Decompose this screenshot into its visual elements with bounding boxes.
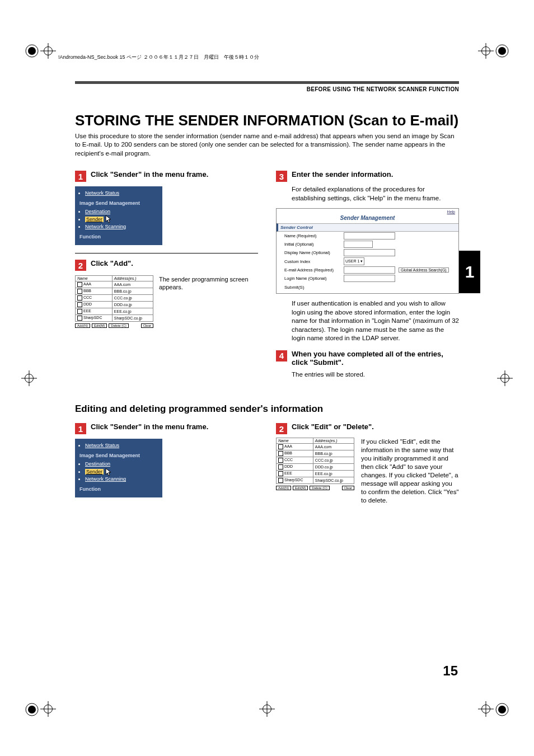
sender-table: NameAddress(es.) AAAAAA.com BBBBBB.co.jp… — [276, 438, 354, 484]
fld-initial[interactable] — [344, 241, 373, 248]
step-number: 3 — [276, 171, 287, 182]
regmark-bl — [25, 702, 39, 717]
intro-text: Use this procedure to store the sender i… — [75, 132, 459, 158]
clear-button[interactable]: Clear — [141, 323, 153, 328]
step-number: 4 — [276, 350, 287, 361]
link-network-status[interactable]: Network Status — [85, 190, 119, 196]
fld-name[interactable] — [344, 232, 395, 240]
svg-point-5 — [28, 706, 36, 713]
step-title: Click "Sender" in the menu frame. — [91, 170, 208, 179]
fld-display[interactable] — [344, 249, 395, 256]
add-button[interactable]: Add(N) — [276, 486, 291, 490]
menu-screenshot: Network Status Image Send Management Des… — [75, 186, 162, 245]
step-title: Click "Add". — [91, 259, 133, 268]
menu-group-label: Image Send Management — [79, 452, 158, 460]
step-desc: The entries will be stored. — [292, 370, 459, 379]
col-name: Name — [277, 438, 313, 444]
crosshair-mr — [497, 370, 513, 386]
step-title: Click "Sender" in the menu frame. — [91, 422, 208, 431]
edit-button[interactable]: Edit(M) — [293, 486, 308, 490]
step-number: 2 — [276, 423, 287, 434]
crosshair-ml — [21, 370, 37, 386]
col-address: Address(es.) — [313, 438, 354, 444]
step-desc: If you clicked "Edit", edit the informat… — [361, 438, 459, 505]
cursor-icon — [105, 216, 112, 223]
svg-point-7 — [498, 706, 506, 713]
add-button[interactable]: Add(N) — [75, 323, 90, 328]
link-network-scanning[interactable]: Network Scanning — [85, 224, 126, 229]
sender-table: NameAddress(es.) AAAAAA.com BBBBBB.co.jp… — [75, 275, 153, 322]
subheading: Editing and deleting programmed sender's… — [75, 403, 459, 415]
link-destination[interactable]: Destination — [85, 209, 110, 214]
lbl-name: Name (Required) — [284, 233, 340, 238]
sender-management-screenshot: Help Sender Management Sender Control Na… — [276, 208, 459, 294]
step-title: Click "Edit" or "Delete". — [292, 422, 374, 431]
fld-email[interactable] — [344, 266, 395, 274]
crosshair-br — [478, 701, 494, 717]
menu-screenshot: Network Status Image Send Management Des… — [75, 439, 162, 497]
menu-group-function: Function — [79, 233, 158, 241]
step-number: 1 — [75, 423, 86, 434]
link-destination[interactable]: Destination — [85, 461, 110, 467]
edit-button[interactable]: Edit(M) — [92, 323, 107, 328]
delete-button[interactable]: Delete (C) — [310, 486, 329, 490]
submit-button[interactable]: Submit(S) — [284, 285, 305, 290]
step-title: When you have completed all of the entri… — [292, 350, 459, 367]
lbl-initial: Initial (Optional) — [284, 242, 340, 247]
lbl-custom-index: Custom Index — [284, 259, 340, 264]
lbl-email: E-mail Address (Required) — [284, 267, 340, 273]
page-number: 15 — [443, 663, 458, 679]
step-title: Enter the sender information. — [292, 170, 393, 179]
step-desc: If user authentication is enabled and yo… — [292, 299, 459, 343]
print-header: !Andromeda-NS_Sec.book 15 ページ ２００６年１１月２７… — [58, 54, 259, 61]
chapter-tab: 1 — [459, 251, 480, 293]
svg-point-1 — [28, 47, 36, 55]
menu-group-function: Function — [79, 486, 158, 494]
delete-button[interactable]: Delete (C) — [109, 323, 128, 328]
cursor-icon — [105, 469, 112, 476]
step-number: 2 — [75, 260, 86, 271]
link-sender[interactable]: Sender — [86, 469, 102, 475]
regmark-tr — [495, 44, 509, 58]
page-title: STORING THE SENDER INFORMATION (Scan to … — [75, 112, 459, 129]
crosshair-tr — [478, 43, 494, 59]
step-desc: For detailed explanations of the procedu… — [292, 185, 459, 203]
clear-button[interactable]: Clear — [342, 486, 354, 490]
col-name: Name — [76, 276, 113, 281]
crosshair-bl — [40, 701, 56, 717]
regmark-br — [495, 702, 509, 717]
help-link[interactable]: Help — [277, 209, 458, 214]
link-network-status[interactable]: Network Status — [85, 443, 119, 448]
step-divider — [75, 253, 258, 253]
lbl-display: Display Name (Optional) — [284, 250, 340, 255]
regmark-tl — [25, 44, 39, 58]
global-search-button[interactable]: Global Address Search(G) — [399, 267, 449, 273]
sel-custom-index[interactable]: USER 1 ▾ — [344, 257, 364, 265]
col-address: Address(es.) — [112, 276, 153, 281]
link-network-scanning[interactable]: Network Scanning — [85, 476, 126, 482]
svg-point-3 — [498, 47, 506, 55]
sm-title: Sender Management — [277, 214, 458, 223]
fld-login[interactable] — [344, 275, 395, 282]
lbl-login: Login Name (Optional) — [284, 276, 340, 281]
link-sender[interactable]: Sender — [86, 217, 102, 222]
sm-section: Sender Control — [277, 223, 458, 232]
crosshair-tl — [40, 43, 56, 59]
top-rule — [75, 81, 459, 84]
menu-group-label: Image Send Management — [79, 200, 158, 208]
step-caption: The sender programming screen appears. — [159, 275, 258, 292]
step-number: 1 — [75, 171, 86, 182]
section-header: BEFORE USING THE NETWORK SCANNER FUNCTIO… — [75, 86, 459, 92]
crosshair-bc — [259, 701, 275, 717]
